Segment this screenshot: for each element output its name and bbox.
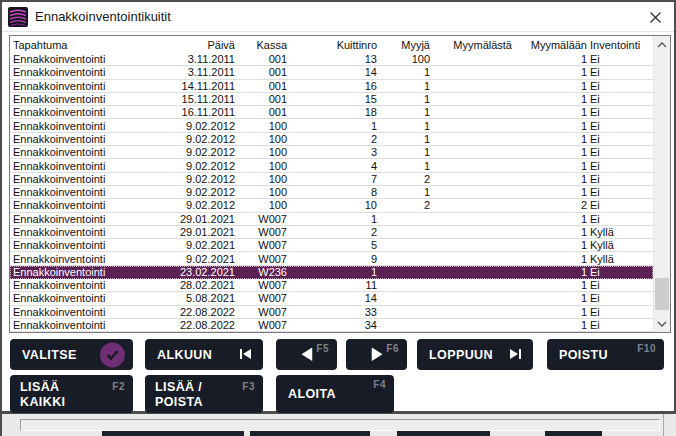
cell: 1 — [512, 306, 587, 318]
cell: 5 — [287, 239, 377, 251]
table-body: Ennakkoinventointi3.11.2011001131001EiEn… — [10, 53, 653, 332]
cell: Ennakkoinventointi — [10, 186, 175, 198]
cell: 1 — [512, 93, 587, 105]
table-row[interactable]: Ennakkoinventointi14.11.20110011611Ei — [10, 80, 653, 93]
cell: 2 — [377, 173, 430, 185]
cell: Ennakkoinventointi — [10, 253, 175, 265]
cell: 1 — [512, 80, 587, 92]
cell: 1 — [377, 146, 430, 158]
table-row[interactable]: Ennakkoinventointi9.02.2012100721Ei — [10, 173, 653, 186]
loppuun-label: LOPPUUN — [429, 348, 493, 362]
lisaa-kaikki-button[interactable]: F2 LISÄÄ KAIKKI — [10, 375, 133, 413]
previous-button[interactable]: F5 — [276, 339, 337, 370]
scroll-down-icon[interactable] — [654, 315, 670, 332]
next-fkey: F6 — [386, 343, 399, 354]
cell: 34 — [287, 319, 377, 331]
column-header-2: Kassa — [235, 39, 287, 51]
cell: 9.02.2021 — [175, 239, 235, 251]
cell: 1 — [512, 146, 587, 158]
aloita-button[interactable]: F4 ALOITA — [276, 375, 394, 413]
cell: 1 — [377, 106, 430, 118]
cell: 001 — [235, 93, 287, 105]
cell: 14.11.2011 — [175, 80, 235, 92]
cell: 1 — [512, 186, 587, 198]
cell: 8 — [287, 186, 377, 198]
table-row[interactable]: Ennakkoinventointi9.02.20121001022Ei — [10, 199, 653, 212]
table-row[interactable]: Ennakkoinventointi9.02.2012100311Ei — [10, 146, 653, 159]
cell: 001 — [235, 66, 287, 78]
receipt-list-content: TapahtumaPäiväKassaKuittinroMyyjäMyymälä… — [10, 36, 653, 332]
table-row[interactable]: Ennakkoinventointi3.11.2011001131001Ei — [10, 53, 653, 66]
cell: 1 — [512, 160, 587, 172]
table-row[interactable]: Ennakkoinventointi9.02.2012100411Ei — [10, 159, 653, 172]
table-row[interactable]: Ennakkoinventointi9.02.2021W00751Kyllä — [10, 239, 653, 252]
cell: Ennakkoinventointi — [10, 93, 175, 105]
cell: 14 — [287, 292, 377, 304]
table-row-selected[interactable]: Ennakkoinventointi23.02.2021W23611Ei — [10, 266, 653, 279]
lisaa-kaikki-fkey: F2 — [112, 379, 125, 394]
scroll-up-icon[interactable] — [654, 36, 670, 53]
cell: 3.11.2011 — [175, 66, 235, 78]
cell: Ennakkoinventointi — [10, 306, 175, 318]
table-row[interactable]: Ennakkoinventointi22.08.2022W007341Ei — [10, 319, 653, 332]
cell: W007 — [235, 319, 287, 331]
table-row[interactable]: Ennakkoinventointi28.02.2021W007111Ei — [10, 279, 653, 292]
table-row[interactable]: Ennakkoinventointi15.11.20110011511Ei — [10, 93, 653, 106]
cell: W007 — [235, 213, 287, 225]
cell: 9 — [287, 253, 377, 265]
table-row[interactable]: Ennakkoinventointi9.02.2012100111Ei — [10, 119, 653, 132]
window-title: Ennakkoinventointikuitit — [35, 9, 171, 24]
table-row[interactable]: Ennakkoinventointi3.11.20110011411Ei — [10, 66, 653, 79]
cell: Ennakkoinventointi — [10, 66, 175, 78]
column-header-6: Myymälään — [512, 39, 587, 51]
table-row[interactable]: Ennakkoinventointi9.02.2012100211Ei — [10, 133, 653, 146]
cell: 3.11.2011 — [175, 53, 235, 65]
vertical-scrollbar[interactable] — [653, 36, 670, 332]
cell: 2 — [287, 226, 377, 238]
alkuun-button[interactable]: ALKUUN — [145, 339, 263, 370]
cell: Ennakkoinventointi — [10, 173, 175, 185]
loppuun-button[interactable]: LOPPUUN — [417, 339, 533, 370]
table-row[interactable]: Ennakkoinventointi16.11.20110011811Ei — [10, 106, 653, 119]
cell: 1 — [377, 160, 430, 172]
table-row[interactable]: Ennakkoinventointi29.01.2021W00711Ei — [10, 213, 653, 226]
aloita-fkey: F4 — [373, 379, 386, 390]
table-row[interactable]: Ennakkoinventointi9.02.2021W00791Kyllä — [10, 252, 653, 265]
lisaa-poista-button[interactable]: F3 LISÄÄ / POISTA — [145, 375, 263, 413]
cell: 2 — [287, 133, 377, 145]
cell: 1 — [512, 173, 587, 185]
cell: Ennakkoinventointi — [10, 199, 175, 211]
cell: W007 — [235, 279, 287, 291]
cell: Ei — [587, 106, 653, 118]
column-header-4: Myyjä — [377, 39, 430, 51]
cell: 100 — [235, 133, 287, 145]
table-row[interactable]: Ennakkoinventointi22.08.2022W007331Ei — [10, 306, 653, 319]
poistu-button[interactable]: F10 POISTU — [547, 339, 664, 370]
cell: 2 — [512, 199, 587, 211]
lisaa-kaikki-label-line1: LISÄÄ — [20, 380, 123, 395]
close-icon[interactable] — [646, 8, 664, 26]
cell: 29.01.2021 — [175, 213, 235, 225]
scrollbar-thumb[interactable] — [655, 278, 669, 310]
valitse-button[interactable]: VALITSE — [10, 339, 133, 370]
column-header-5: Myymälästä — [430, 39, 512, 51]
cell: 1 — [512, 213, 587, 225]
cell: Ennakkoinventointi — [10, 226, 175, 238]
column-header-0: Tapahtuma — [10, 39, 175, 51]
cell: 1 — [377, 66, 430, 78]
cell: 9.02.2012 — [175, 146, 235, 158]
table-row[interactable]: Ennakkoinventointi5.08.2021W007141Ei — [10, 292, 653, 305]
table-row[interactable]: Ennakkoinventointi9.02.2012100811Ei — [10, 186, 653, 199]
background-window-button-fragment — [397, 431, 490, 436]
cell: Kyllä — [587, 253, 653, 265]
cell: 14 — [287, 66, 377, 78]
cell: Ei — [587, 186, 653, 198]
cell: Ei — [587, 306, 653, 318]
poistu-fkey: F10 — [637, 343, 656, 354]
cell: 100 — [235, 186, 287, 198]
cell: 5.08.2021 — [175, 292, 235, 304]
table-row[interactable]: Ennakkoinventointi29.01.2021W00721Kyllä — [10, 226, 653, 239]
next-button[interactable]: F6 — [346, 339, 407, 370]
cell: 1 — [287, 213, 377, 225]
cell: Ei — [587, 120, 653, 132]
